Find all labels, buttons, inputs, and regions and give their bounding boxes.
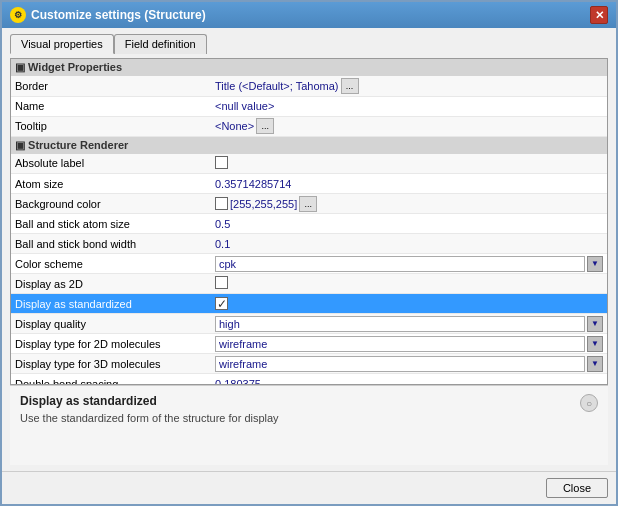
- display-quality-text: high: [215, 316, 585, 332]
- tab-content-area: ▣ Widget Properties Border Title (<Defau…: [10, 58, 608, 385]
- prop-value-double-bond-spacing: 0.180375: [211, 374, 607, 385]
- display-type-2d-arrow[interactable]: ▼: [587, 336, 603, 352]
- title-close-button[interactable]: ✕: [590, 6, 608, 24]
- row-border[interactable]: Border Title (<Default>; Tahoma) ...: [11, 76, 607, 96]
- border-edit-button[interactable]: ...: [341, 78, 359, 94]
- prop-name-double-bond-spacing: Double bond spacing: [11, 374, 211, 385]
- prop-name-color-scheme: Color scheme: [11, 254, 211, 274]
- prop-name-tooltip: Tooltip: [11, 116, 211, 136]
- bg-color-checkbox[interactable]: [215, 197, 228, 210]
- title-bar-left: ⚙ Customize settings (Structure): [10, 7, 206, 23]
- display-type-3d-dropdown[interactable]: wireframe ▼: [215, 356, 603, 372]
- row-tooltip[interactable]: Tooltip <None> ...: [11, 116, 607, 136]
- section-title-renderer: ▣ Structure Renderer: [11, 136, 607, 154]
- row-ball-stick-bond[interactable]: Ball and stick bond width 0.1: [11, 234, 607, 254]
- close-button[interactable]: Close: [546, 478, 608, 498]
- prop-name-atom-size: Atom size: [11, 174, 211, 194]
- display-type-3d-arrow[interactable]: ▼: [587, 356, 603, 372]
- dialog-content: Visual properties Field definition ▣ Wid…: [2, 28, 616, 471]
- color-scheme-dropdown[interactable]: cpk ▼: [215, 256, 603, 272]
- display-type-2d-dropdown[interactable]: wireframe ▼: [215, 336, 603, 352]
- prop-value-display-standardized: ✓: [211, 294, 607, 314]
- prop-value-display-type-3d: wireframe ▼: [211, 354, 607, 374]
- color-scheme-text: cpk: [215, 256, 585, 272]
- row-background-color[interactable]: Background color [255,255,255] ...: [11, 194, 607, 214]
- row-color-scheme[interactable]: Color scheme cpk ▼: [11, 254, 607, 274]
- description-title: Display as standardized: [20, 394, 279, 408]
- section-header-renderer: ▣ Structure Renderer: [11, 136, 607, 154]
- dialog-icon: ⚙: [10, 7, 26, 23]
- bg-color-container: [255,255,255] ...: [215, 196, 603, 212]
- prop-value-absolute-label: [211, 154, 607, 174]
- prop-name-display-type-3d: Display type for 3D molecules: [11, 354, 211, 374]
- display-type-2d-text: wireframe: [215, 336, 585, 352]
- prop-name-display-type-2d: Display type for 2D molecules: [11, 334, 211, 354]
- dialog-footer: Close: [2, 471, 616, 504]
- prop-value-tooltip: <None> ...: [211, 116, 607, 136]
- row-atom-size[interactable]: Atom size 0.35714285714: [11, 174, 607, 194]
- prop-name-display-2d: Display as 2D: [11, 274, 211, 294]
- row-display-quality[interactable]: Display quality high ▼: [11, 314, 607, 334]
- row-display-2d[interactable]: Display as 2D: [11, 274, 607, 294]
- prop-name-bg-color: Background color: [11, 194, 211, 214]
- prop-value-bg-color: [255,255,255] ...: [211, 194, 607, 214]
- tab-field-definition[interactable]: Field definition: [114, 34, 207, 54]
- prop-value-color-scheme: cpk ▼: [211, 254, 607, 274]
- color-scheme-arrow[interactable]: ▼: [587, 256, 603, 272]
- border-value-container: Title (<Default>; Tahoma) ...: [215, 78, 603, 94]
- display-type-3d-text: wireframe: [215, 356, 585, 372]
- title-bar: ⚙ Customize settings (Structure) ✕: [2, 2, 616, 28]
- bg-color-text: [255,255,255]: [230, 198, 297, 210]
- row-display-standardized[interactable]: Display as standardized ✓: [11, 294, 607, 314]
- prop-value-display-quality: high ▼: [211, 314, 607, 334]
- row-display-type-2d[interactable]: Display type for 2D molecules wireframe …: [11, 334, 607, 354]
- prop-name-display-quality: Display quality: [11, 314, 211, 334]
- display-quality-dropdown[interactable]: high ▼: [215, 316, 603, 332]
- prop-value-display-type-2d: wireframe ▼: [211, 334, 607, 354]
- section-header-widget: ▣ Widget Properties: [11, 59, 607, 76]
- display-2d-checkbox[interactable]: [215, 276, 228, 289]
- prop-name-display-standardized: Display as standardized: [11, 294, 211, 314]
- display-quality-arrow[interactable]: ▼: [587, 316, 603, 332]
- prop-name-ball-stick-bond: Ball and stick bond width: [11, 234, 211, 254]
- prop-value-ball-stick-atom: 0.5: [211, 214, 607, 234]
- customize-settings-dialog: ⚙ Customize settings (Structure) ✕ Visua…: [0, 0, 618, 506]
- properties-scroll-area[interactable]: ▣ Widget Properties Border Title (<Defau…: [11, 59, 607, 384]
- prop-value-ball-stick-bond: 0.1: [211, 234, 607, 254]
- prop-value-atom-size: 0.35714285714: [211, 174, 607, 194]
- tabs-container: Visual properties Field definition: [10, 34, 608, 54]
- tooltip-edit-button[interactable]: ...: [256, 118, 274, 134]
- prop-name-absolute-label: Absolute label: [11, 154, 211, 174]
- prop-name-border: Border: [11, 76, 211, 96]
- tab-visual-properties[interactable]: Visual properties: [10, 34, 114, 54]
- section-title-widget: ▣ Widget Properties: [11, 59, 607, 76]
- tooltip-value-container: <None> ...: [215, 118, 603, 134]
- bg-color-edit-button[interactable]: ...: [299, 196, 317, 212]
- description-icon: ○: [580, 394, 598, 412]
- prop-value-display-2d: [211, 274, 607, 294]
- row-display-type-3d[interactable]: Display type for 3D molecules wireframe …: [11, 354, 607, 374]
- prop-value-name: <null value>: [211, 96, 607, 116]
- row-ball-stick-atom[interactable]: Ball and stick atom size 0.5: [11, 214, 607, 234]
- border-value-text: Title (<Default>; Tahoma): [215, 80, 339, 92]
- display-standardized-checkbox[interactable]: ✓: [215, 297, 228, 310]
- row-name[interactable]: Name <null value>: [11, 96, 607, 116]
- row-double-bond-spacing[interactable]: Double bond spacing 0.180375: [11, 374, 607, 385]
- description-content: Display as standardized Use the standard…: [20, 394, 279, 424]
- description-text: Use the standardized form of the structu…: [20, 412, 279, 424]
- prop-name-ball-stick-atom: Ball and stick atom size: [11, 214, 211, 234]
- row-absolute-label[interactable]: Absolute label: [11, 154, 607, 174]
- dialog-title: Customize settings (Structure): [31, 8, 206, 22]
- properties-table: ▣ Widget Properties Border Title (<Defau…: [11, 59, 607, 384]
- tooltip-value-text: <None>: [215, 120, 254, 132]
- prop-name-name: Name: [11, 96, 211, 116]
- prop-value-border: Title (<Default>; Tahoma) ...: [211, 76, 607, 96]
- description-area: Display as standardized Use the standard…: [10, 385, 608, 465]
- absolute-label-checkbox[interactable]: [215, 156, 228, 169]
